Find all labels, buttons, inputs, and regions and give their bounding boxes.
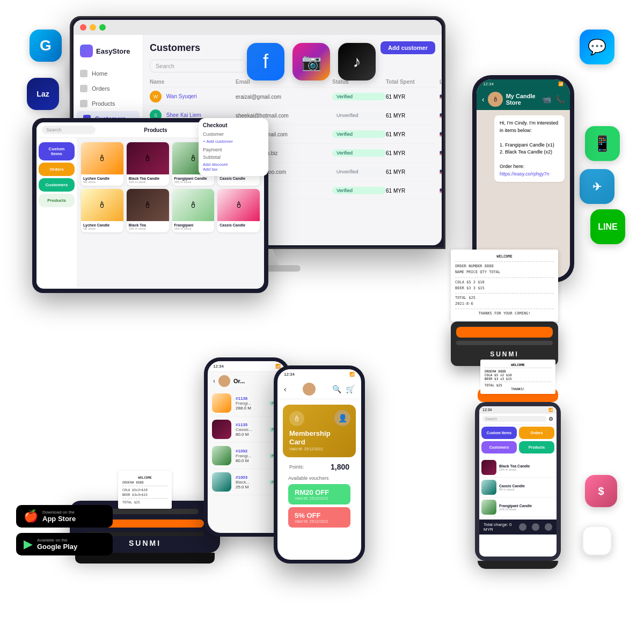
handheld-product-info: Cassis Candle 89 in stock — [499, 484, 554, 491]
bag-icon[interactable]: 🛍 — [582, 526, 612, 555]
product-card[interactable]: 🕯 Lychee Candle No stock — [81, 189, 123, 232]
close-button[interactable] — [80, 24, 86, 31]
order-item[interactable]: #1135 Cassis... 80.0 M Paid — [212, 416, 282, 443]
product-name: Lychee Candle — [83, 177, 121, 180]
app-store-badge[interactable]: 🍎 Download on the App Store — [16, 505, 113, 528]
product-name: Frangipani Candle — [174, 177, 213, 180]
product-stock: 266 in stock — [174, 180, 213, 184]
table-row[interactable]: W Wan Syuqeri eraizal@gmail.com Verified… — [150, 87, 435, 106]
order-item[interactable]: #1092 Frangi... 80.0 M Paid — [212, 443, 282, 469]
membership-phone: 12:34 📶 ‹ 🔍 🛒 🕯 MembershipCard Val — [274, 365, 365, 564]
thermal-orange-accent — [456, 327, 553, 338]
points-value: 1,800 — [331, 463, 349, 471]
handheld-products-btn[interactable]: Products — [519, 441, 554, 453]
minimize-button[interactable] — [90, 24, 96, 31]
messenger-icon[interactable]: 💬 — [580, 30, 614, 64]
tablet-content: CustomItems Orders Customers Products 🕯 … — [36, 138, 264, 288]
handheld-home-nav[interactable] — [519, 523, 526, 531]
grab-icon[interactable]: G — [30, 30, 62, 62]
handheld-nav-grid: Custom Items Orders Customers Products — [479, 425, 557, 456]
order-item-info: #1092 Frangi... 80.0 M — [236, 449, 265, 463]
handheld-product-item[interactable]: Black Tea Candle 184 in stock — [481, 458, 554, 478]
google-play-badge[interactable]: ▶ Available on the Google Play — [16, 533, 113, 555]
sidebar-item-orders[interactable]: Orders — [74, 81, 143, 96]
product-card[interactable]: 🕯 Frangipani 266 in stock — [172, 189, 215, 232]
handheld-customers-btn[interactable]: Customers — [481, 441, 517, 453]
handheld-custom-items-btn[interactable]: Custom Items — [481, 427, 517, 439]
handheld-filter-icon[interactable]: ⚙ — [548, 416, 553, 422]
tablet-search-input[interactable]: Search — [42, 126, 96, 134]
customer-email: sheekai@hotmail.com — [236, 113, 332, 119]
customer-search-input[interactable]: Search — [150, 60, 246, 72]
handheld-bottom-bar: Total charge: 0 MYR — [479, 519, 557, 535]
maximize-button[interactable] — [99, 24, 106, 31]
cashier-app-icon[interactable]: $ — [585, 475, 617, 507]
search-icon[interactable]: 🔍 — [332, 385, 341, 393]
order-item[interactable]: #1003 Black... 25.0 M Paid — [212, 469, 282, 495]
receipt-divider-1 — [455, 261, 554, 262]
add-customer-button[interactable]: Add customer — [380, 41, 435, 54]
product-image: 🕯 — [127, 189, 169, 221]
tiktok-icon[interactable]: ♪ — [338, 43, 376, 80]
status-badge: Verified — [332, 149, 386, 157]
membership-store-logo — [303, 383, 316, 396]
avatar: W — [150, 91, 162, 103]
chat-order-link[interactable]: https://easy.co/rphgy7n — [500, 171, 549, 177]
tablet-nav-orders[interactable]: Orders — [39, 163, 75, 176]
add-tax-link[interactable]: Add tax — [203, 167, 264, 172]
product-card[interactable]: 🕯 Cassis Candle — [217, 189, 260, 232]
whatsapp-icon[interactable]: 📱 — [585, 126, 620, 161]
handheld-search-input[interactable]: Search — [482, 416, 546, 422]
printer-receipt-welcome: WELCOME — [122, 475, 167, 480]
product-image: 🕯 — [217, 189, 260, 221]
handheld-product-info: Frangipani Candle 246 in stock — [499, 504, 554, 511]
product-card[interactable]: 🕯 Lychee Candle No stock — [81, 142, 123, 186]
customer-name: Shee Kai Liem — [166, 112, 201, 118]
cart-icon[interactable]: 🛒 — [346, 385, 355, 393]
points-label: Points: — [289, 464, 304, 470]
tablet-nav-products[interactable]: Products — [39, 194, 75, 207]
handheld-back-nav[interactable] — [532, 523, 539, 531]
handheld-product-image — [481, 500, 496, 515]
receipt-divider-2 — [455, 277, 554, 278]
product-card[interactable]: 🕯 Black Tea Candle 166 in stock — [127, 142, 169, 186]
line-icon[interactable]: LINE — [590, 209, 625, 244]
printer-receipt: WELCOME ORDER# 8888 COLA $5x2=$10 BEER $… — [118, 471, 172, 509]
tablet-nav-customers[interactable]: Customers — [39, 178, 75, 192]
sidebar-item-products[interactable]: Products — [74, 96, 143, 111]
handheld-recent-nav[interactable] — [545, 523, 552, 531]
telegram-icon[interactable]: ✈ — [580, 169, 614, 204]
printer-receipt-item1: COLA $5x2=$10 — [122, 487, 167, 492]
instagram-icon[interactable]: 📷 — [292, 43, 330, 80]
lazada-icon[interactable]: Laz — [27, 78, 59, 110]
sidebar-item-home[interactable]: Home — [74, 66, 143, 81]
google-play-icon: ▶ — [24, 537, 33, 551]
receipt-paper: WELCOME ORDER NUMBER 8888 NAME PRICE QTY… — [451, 250, 558, 321]
customer-flag: 🇲🇾 — [440, 131, 442, 137]
tablet-nav-custom[interactable]: CustomItems — [39, 142, 75, 160]
order-item-info: #1138 Frangi... 288.0 M — [236, 396, 265, 411]
app-store-text: Download on the App Store — [42, 510, 76, 523]
sidebar-orders-label: Orders — [92, 85, 110, 92]
add-discount-link[interactable]: Add discount — [203, 162, 264, 167]
voucher-card-2[interactable]: 5% OFF Valid till: 25/12/2022 — [288, 507, 350, 528]
back-button[interactable]: ‹ — [482, 95, 485, 104]
product-stock: No stock — [83, 227, 121, 230]
handheld-product-item[interactable]: Cassis Candle 89 in stock — [481, 478, 554, 497]
phone-call-icon[interactable]: 📞 — [555, 95, 565, 104]
handheld-orders-btn[interactable]: Orders — [519, 427, 554, 439]
order-item[interactable]: #1138 Frangi... 288.0 M Paid — [212, 390, 282, 416]
handheld-status-bar: 12:34 📶 — [479, 406, 557, 414]
voucher-card-1[interactable]: RM20 OFF Valid till: 25/12/2022 — [288, 484, 350, 504]
order-back-button[interactable]: ‹ — [213, 377, 215, 385]
facebook-icon[interactable]: f — [247, 43, 284, 80]
handheld-product-name: Black Tea Candle — [499, 464, 554, 468]
google-play-text: Available on the Google Play — [37, 538, 77, 551]
product-card[interactable]: 🕯 Black Tea 166 in stock — [127, 189, 169, 232]
add-customer-link[interactable]: + Add customer — [203, 139, 264, 144]
video-call-icon[interactable]: 📹 — [542, 95, 551, 104]
voucher-amount-2: 5% OFF — [295, 511, 344, 519]
handheld-screen: 12:34 📶 Search ⚙ Custom Items Orders Cus… — [479, 406, 557, 557]
handheld-product-item[interactable]: Frangipani Candle 246 in stock — [481, 497, 554, 517]
membership-back-button[interactable]: ‹ — [284, 385, 287, 393]
